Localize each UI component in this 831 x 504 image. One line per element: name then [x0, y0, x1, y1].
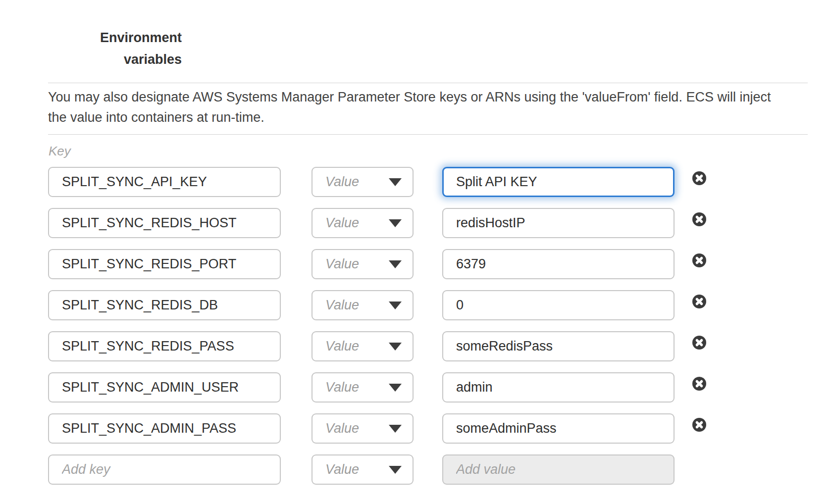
env-var-row: Value	[48, 331, 706, 361]
value-type-dropdown[interactable]: Value	[312, 208, 414, 238]
env-var-row: Value	[48, 372, 706, 403]
caret-down-icon	[389, 219, 402, 227]
key-input[interactable]	[48, 208, 281, 238]
value-input[interactable]	[442, 167, 675, 197]
add-key-input[interactable]	[48, 454, 281, 485]
key-input[interactable]	[48, 413, 281, 444]
remove-row-button[interactable]	[692, 377, 706, 391]
environment-variables-label: Environment variables	[73, 27, 182, 70]
circle-x-icon	[692, 377, 706, 391]
caret-down-icon	[389, 384, 402, 392]
remove-row-button[interactable]	[692, 418, 706, 432]
circle-x-icon	[692, 336, 706, 350]
env-var-row: Value	[48, 167, 706, 197]
value-input[interactable]	[442, 372, 675, 403]
add-value-input[interactable]	[442, 454, 675, 485]
caret-down-icon	[389, 466, 402, 474]
caret-down-icon	[389, 425, 402, 433]
value-type-label: Value	[325, 462, 359, 477]
key-column-label: Key	[49, 144, 71, 159]
remove-row-button[interactable]	[692, 295, 706, 308]
key-input[interactable]	[48, 167, 281, 197]
value-type-label: Value	[325, 174, 359, 190]
value-type-label: Value	[325, 256, 359, 272]
value-type-dropdown[interactable]: Value	[312, 454, 414, 485]
remove-row-button[interactable]	[692, 253, 706, 267]
env-var-rows: Value Value	[48, 167, 706, 496]
circle-x-icon	[692, 171, 706, 185]
value-input[interactable]	[442, 290, 675, 320]
value-input[interactable]	[442, 331, 675, 361]
caret-down-icon	[389, 178, 402, 186]
value-type-dropdown[interactable]: Value	[312, 290, 414, 320]
circle-x-icon	[692, 253, 706, 267]
value-type-label: Value	[325, 421, 359, 436]
value-input[interactable]	[442, 249, 675, 279]
caret-down-icon	[389, 302, 402, 309]
value-type-label: Value	[325, 298, 359, 313]
env-var-row: Value	[48, 249, 706, 279]
divider	[48, 134, 808, 135]
value-type-label: Value	[325, 380, 359, 395]
value-type-dropdown[interactable]: Value	[312, 249, 414, 279]
add-env-var-row: Value	[48, 454, 706, 485]
value-type-label: Value	[325, 339, 359, 354]
value-type-dropdown[interactable]: Value	[312, 167, 414, 197]
key-input[interactable]	[48, 372, 281, 403]
key-input[interactable]	[48, 331, 281, 361]
value-type-dropdown[interactable]: Value	[312, 413, 414, 444]
value-type-label: Value	[325, 215, 359, 231]
env-var-row: Value	[48, 208, 706, 238]
env-var-row: Value	[48, 413, 706, 444]
caret-down-icon	[389, 343, 402, 351]
remove-row-button[interactable]	[692, 171, 706, 185]
remove-row-button[interactable]	[692, 212, 706, 226]
caret-down-icon	[389, 260, 402, 268]
circle-x-icon	[692, 418, 706, 432]
value-input[interactable]	[442, 208, 675, 238]
circle-x-icon	[692, 295, 706, 308]
value-type-dropdown[interactable]: Value	[312, 331, 414, 361]
key-input[interactable]	[48, 290, 281, 320]
remove-row-button[interactable]	[692, 336, 706, 350]
circle-x-icon	[692, 212, 706, 226]
value-type-dropdown[interactable]: Value	[312, 372, 414, 403]
key-input[interactable]	[48, 249, 281, 279]
divider	[48, 83, 808, 83]
description-text: You may also designate AWS Systems Manag…	[48, 87, 788, 128]
value-input[interactable]	[442, 413, 675, 444]
env-var-row: Value	[48, 290, 706, 320]
